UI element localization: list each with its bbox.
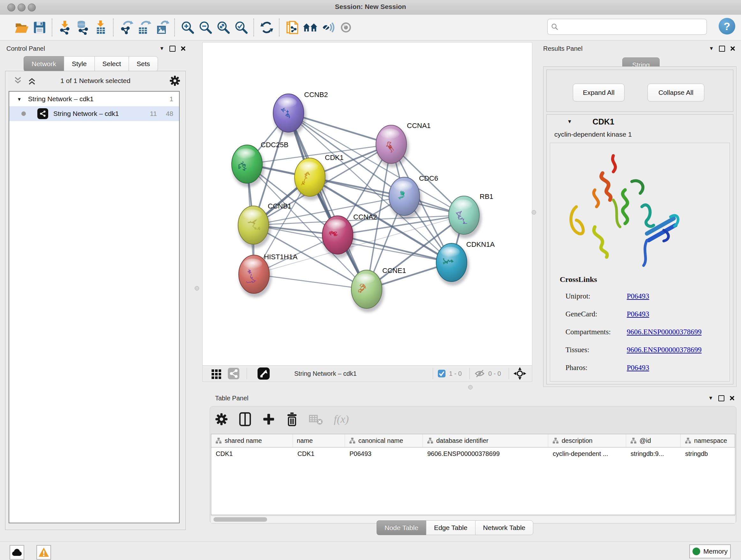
refresh-button[interactable] bbox=[258, 17, 276, 38]
crosslink-link-compartments[interactable]: 9606.ENSP00000378699 bbox=[627, 328, 702, 336]
node-label-CCNA1: CCNA1 bbox=[407, 122, 431, 130]
column-header-canonical-name[interactable]: canonical name bbox=[345, 434, 423, 447]
close-panel-icon[interactable] bbox=[730, 395, 735, 401]
column-header-name[interactable]: name bbox=[293, 434, 345, 447]
share-document-button[interactable] bbox=[283, 17, 301, 38]
crosslink-link-uniprot[interactable]: P06493 bbox=[627, 292, 649, 300]
node-HIST1H1A[interactable] bbox=[239, 255, 272, 297]
cell-shared-name[interactable]: CDK1 bbox=[211, 448, 293, 460]
crosslink-link-genecard[interactable]: P06493 bbox=[627, 310, 649, 318]
node-CDK1[interactable] bbox=[294, 158, 327, 200]
cell-name[interactable]: CDK1 bbox=[293, 448, 345, 460]
warnings-button[interactable] bbox=[37, 545, 51, 560]
node-CCNA1[interactable] bbox=[376, 125, 409, 167]
collection-expand-icon[interactable]: ▼ bbox=[17, 97, 22, 102]
right-splitter-handle[interactable] bbox=[532, 210, 536, 214]
float-panel-icon[interactable] bbox=[170, 46, 176, 52]
birdseye-view-icon[interactable] bbox=[257, 367, 270, 380]
expand-all-button[interactable]: Expand All bbox=[573, 84, 624, 102]
bottom-splitter-handle[interactable] bbox=[468, 385, 473, 389]
column-header-id[interactable]: @id bbox=[626, 434, 681, 447]
panel-menu-icon[interactable]: ▼ bbox=[708, 395, 713, 401]
column-header-description[interactable]: description bbox=[548, 434, 626, 447]
search-input[interactable] bbox=[558, 23, 703, 31]
close-panel-icon[interactable] bbox=[730, 46, 735, 51]
collapse-all-button[interactable]: Collapse All bbox=[648, 84, 704, 102]
tab-select[interactable]: Select bbox=[94, 56, 129, 71]
node-label-CDKN1A: CDKN1A bbox=[466, 240, 495, 248]
export-network-button[interactable] bbox=[118, 17, 135, 38]
cell-description[interactable]: cyclin-dependent ... bbox=[548, 448, 626, 460]
hidden-eye-slash-icon[interactable] bbox=[474, 369, 485, 378]
cell-namespace[interactable]: stringdb bbox=[681, 448, 735, 460]
cell-database-identifier[interactable]: 9606.ENSP00000378699 bbox=[423, 448, 548, 460]
export-image-button[interactable] bbox=[153, 17, 171, 38]
string-style-button[interactable] bbox=[319, 17, 337, 38]
node-CCNB1[interactable] bbox=[238, 206, 271, 248]
crosslink-link-tissues[interactable]: 9606.ENSP00000378699 bbox=[627, 346, 702, 354]
import-network-from-database-button[interactable] bbox=[74, 17, 92, 38]
column-header-database-identifier[interactable]: database identifier bbox=[423, 434, 548, 447]
column-header-shared-name[interactable]: shared name bbox=[211, 434, 293, 447]
selected-checkbox-icon[interactable] bbox=[437, 369, 446, 378]
import-table-from-file-button[interactable] bbox=[92, 17, 110, 38]
left-splitter-handle[interactable] bbox=[195, 286, 199, 291]
tab-style[interactable]: Style bbox=[64, 56, 94, 71]
zoom-selected-button[interactable] bbox=[232, 17, 250, 38]
node-CDKN1A[interactable] bbox=[436, 243, 469, 286]
entry-collapse-icon[interactable]: ▼ bbox=[567, 119, 572, 124]
float-panel-icon[interactable] bbox=[718, 395, 724, 401]
cell-canonical-name[interactable]: P06493 bbox=[345, 448, 423, 460]
add-column-icon[interactable] bbox=[262, 413, 275, 426]
table-options-gear-icon[interactable] bbox=[215, 413, 228, 426]
network-canvas[interactable]: CCNB2CCNA1CDC25BCDK1CDC6RB1CCNB1CCNA2CDK… bbox=[203, 43, 532, 366]
grid-view-icon[interactable] bbox=[211, 368, 222, 379]
edge-CCNB2-CCNE1[interactable] bbox=[288, 113, 367, 289]
panel-menu-icon[interactable]: ▼ bbox=[159, 46, 164, 51]
zoom-out-button[interactable] bbox=[197, 17, 214, 38]
tab-network[interactable]: Network bbox=[23, 56, 64, 71]
tab-sets[interactable]: Sets bbox=[129, 56, 158, 71]
collapse-all-icon[interactable] bbox=[13, 76, 23, 85]
column-header-namespace[interactable]: namespace bbox=[681, 434, 735, 447]
cell-id[interactable]: stringdb:9... bbox=[626, 448, 681, 460]
function-builder-icon[interactable]: f(x) bbox=[334, 413, 349, 425]
import-network-from-file-button[interactable] bbox=[56, 17, 74, 38]
close-panel-icon[interactable] bbox=[181, 46, 186, 51]
network-collection-row[interactable]: ▼ String Network – cdk1 1 bbox=[9, 91, 179, 106]
panel-menu-icon[interactable]: ▼ bbox=[709, 46, 714, 51]
node-CCNA2[interactable] bbox=[322, 216, 355, 258]
search-box[interactable] bbox=[547, 19, 707, 35]
tab-node-table[interactable]: Node Table bbox=[377, 520, 426, 535]
node-RB1[interactable] bbox=[449, 196, 482, 238]
float-panel-icon[interactable] bbox=[719, 46, 725, 52]
zoom-in-button[interactable] bbox=[179, 17, 197, 38]
string-home-button[interactable] bbox=[301, 17, 319, 38]
zoom-fit-button[interactable] bbox=[214, 17, 232, 38]
node-CCNE1[interactable] bbox=[351, 270, 384, 312]
export-table-icon bbox=[137, 20, 151, 35]
node-CDC6[interactable] bbox=[389, 177, 422, 219]
fit-content-crosshair-icon[interactable] bbox=[514, 367, 526, 380]
table-row[interactable]: CDK1CDK1P064939606.ENSP00000378699cyclin… bbox=[211, 448, 735, 460]
cloud-button[interactable] bbox=[10, 545, 24, 560]
delete-column-icon[interactable] bbox=[286, 412, 298, 426]
network-share-icon[interactable] bbox=[227, 368, 240, 380]
crosslink-link-pharos[interactable]: P06493 bbox=[627, 364, 649, 372]
export-table-button[interactable] bbox=[135, 17, 153, 38]
node-entry-header[interactable]: ▼ CDK1 bbox=[547, 115, 733, 129]
gene-name: CDK1 bbox=[593, 117, 614, 126]
tab-network-table[interactable]: Network Table bbox=[475, 520, 534, 535]
node-CCNB2[interactable] bbox=[273, 94, 306, 136]
memory-button[interactable]: Memory bbox=[689, 544, 731, 558]
open-session-button[interactable] bbox=[13, 17, 30, 38]
node-CDC25B[interactable] bbox=[232, 145, 265, 187]
tab-edge-table[interactable]: Edge Table bbox=[426, 520, 475, 535]
help-button[interactable]: ? bbox=[719, 18, 735, 35]
scrollbar-thumb[interactable] bbox=[213, 517, 267, 522]
show-columns-icon[interactable] bbox=[239, 412, 252, 426]
show-graphics-button[interactable] bbox=[337, 17, 355, 38]
delete-table-icon[interactable] bbox=[309, 414, 323, 425]
network-row-selected[interactable]: String Network – cdk1 11 48 bbox=[9, 106, 179, 121]
save-session-button[interactable] bbox=[30, 17, 49, 38]
